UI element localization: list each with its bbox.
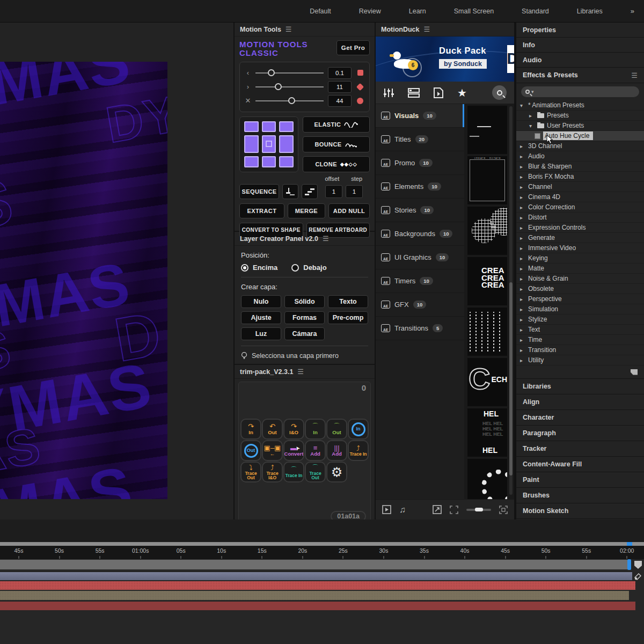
close-icon[interactable]: ✕	[245, 97, 251, 105]
trim-button[interactable]: Out	[240, 440, 261, 461]
workspace-tab[interactable]: Libraries	[577, 8, 603, 15]
filters-icon[interactable]	[383, 88, 394, 98]
grid-size-icon[interactable]	[499, 506, 508, 514]
extract-button[interactable]: EXTRACT	[239, 203, 284, 218]
chevron-down-icon[interactable]: ▾	[529, 123, 535, 129]
layer-audio-icon[interactable]	[634, 573, 642, 580]
panel-header[interactable]: Paragraph	[516, 426, 644, 441]
thumbnails-scrollbar[interactable]	[509, 106, 513, 495]
radio-selected-icon[interactable]	[241, 264, 248, 272]
effects-category-row[interactable]: ▸ 3D Channel	[516, 141, 644, 151]
panel-menu-icon[interactable]: ☰	[286, 25, 292, 33]
layer-bar-olive[interactable]	[0, 591, 629, 600]
fit-frame-icon[interactable]	[450, 506, 458, 514]
chevron-right-icon[interactable]: ▸	[520, 276, 525, 282]
chevron-right-icon[interactable]: ▸	[520, 235, 525, 241]
radio-icon[interactable]	[291, 264, 299, 272]
chevron-right-icon[interactable]: ▸	[520, 143, 525, 149]
merge-button[interactable]: MERGE	[288, 203, 325, 218]
panel-header[interactable]: Info	[516, 38, 644, 53]
workspace-tab[interactable]: Default	[310, 8, 331, 15]
next-icon[interactable]: ›	[245, 83, 251, 91]
trim-button[interactable]: ↷ I&O	[283, 419, 304, 440]
chevron-right-icon[interactable]: ▸	[520, 194, 525, 200]
sequence-button[interactable]: SEQUENCE	[239, 184, 279, 199]
create-layer-button[interactable]: Cámara	[284, 327, 325, 340]
create-layer-button[interactable]: Pre-comp	[328, 311, 368, 324]
workspace-tab[interactable]: Learn	[409, 8, 426, 15]
workspace-tab[interactable]: Review	[359, 8, 381, 15]
preset-thumbnail[interactable]	[467, 156, 507, 204]
diamond-shape-icon[interactable]	[356, 84, 364, 90]
chevron-right-icon[interactable]: ▸	[520, 164, 525, 170]
chevron-right-icon[interactable]: ▸	[520, 306, 525, 312]
chevron-right-icon[interactable]: ▸	[520, 215, 525, 221]
effects-category-row[interactable]: ▸ Stylize	[516, 314, 644, 325]
trim-button[interactable]: ▣–▣ ←	[262, 440, 283, 461]
category-row[interactable]: AE Elements 10	[376, 175, 464, 199]
create-layer-button[interactable]: Ajuste	[241, 311, 281, 324]
panel-header[interactable]: Audio	[516, 53, 644, 68]
trim-button[interactable]: ≡ Add	[305, 440, 326, 461]
radio-debajo[interactable]: Debajo	[291, 264, 326, 272]
panel-header[interactable]: Content-Aware Fill	[516, 457, 644, 472]
workspace-tab[interactable]: Small Screen	[454, 8, 494, 15]
slider-track[interactable]	[255, 83, 324, 91]
tree-user-presets-folder[interactable]: ▾ User Presets	[516, 121, 644, 131]
effects-category-row[interactable]: ▸ Keying	[516, 253, 644, 264]
slider-track[interactable]	[255, 69, 324, 77]
effects-category-row[interactable]: ▸ Blur & Sharpen	[516, 162, 644, 172]
category-row[interactable]: AE Timers 10	[376, 269, 464, 293]
trim-button[interactable]: ||| Add	[326, 440, 347, 461]
chevron-right-icon[interactable]: ▸	[520, 153, 525, 159]
trim-button[interactable]: ⌒ Out	[326, 419, 347, 440]
create-layer-button[interactable]: Texto	[328, 295, 368, 308]
create-layer-button[interactable]: Luz	[241, 327, 281, 340]
preset-thumbnail[interactable]: HEL	[467, 408, 507, 457]
offset-field[interactable]: 1	[325, 185, 342, 198]
slider-value-field[interactable]: 0.1	[328, 67, 352, 79]
search-button[interactable]	[492, 85, 507, 100]
chevron-right-icon[interactable]: ▸	[520, 266, 525, 272]
elastic-button[interactable]: ELASTIC	[303, 116, 370, 133]
trim-button[interactable]: ▬ Convert	[283, 440, 304, 461]
chevron-right-icon[interactable]: ▸	[520, 347, 525, 353]
panel-header[interactable]: Paint	[516, 472, 644, 488]
trim-button[interactable]: ⤴ Trace In	[348, 440, 369, 461]
trim-button[interactable]: ⌒ Trace Out	[305, 462, 326, 482]
preset-thumbnail[interactable]: CREACREACREA	[467, 257, 507, 305]
effects-category-row[interactable]: ▸ Perspective	[516, 294, 644, 304]
list-view-icon[interactable]	[408, 88, 420, 98]
thumbnail-size-slider[interactable]	[466, 509, 491, 511]
category-row[interactable]: AE GFX 10	[376, 293, 464, 317]
effects-category-row[interactable]: ▸ Simulation	[516, 304, 644, 314]
time-ruler[interactable]: 45s50s55s01:00s05s10s15s20s25s30s35s40s4…	[0, 546, 644, 559]
preset-thumbnail[interactable]	[467, 207, 507, 255]
step-field[interactable]: 1	[346, 185, 363, 198]
panel-header[interactable]: Properties	[516, 23, 644, 38]
get-pro-button[interactable]: Get Pro	[336, 40, 370, 55]
effects-category-row[interactable]: ▸ Utility	[516, 355, 644, 365]
effects-category-row[interactable]: ▸ Channel	[516, 182, 644, 192]
slider-track[interactable]	[255, 97, 324, 105]
work-area-bar[interactable]	[0, 559, 627, 570]
sequence-stagger-down-button[interactable]	[282, 184, 298, 199]
chevron-right-icon[interactable]: ▸	[520, 245, 525, 251]
effects-category-row[interactable]: ▸ Immersive Video	[516, 243, 644, 253]
panel-header[interactable]: Character	[516, 410, 644, 426]
video-file-icon[interactable]	[434, 87, 443, 98]
chevron-right-icon[interactable]: ▸	[520, 174, 525, 180]
panel-header[interactable]: Align	[516, 394, 644, 410]
category-row[interactable]: AE Titles 20	[376, 128, 464, 151]
chevron-right-icon[interactable]: ▸	[520, 327, 525, 333]
new-preset-icon[interactable]	[631, 369, 638, 375]
panel-header[interactable]: Motion Sketch	[516, 503, 644, 519]
chevron-right-icon[interactable]: ▸	[520, 225, 525, 231]
layer-bar-darkred[interactable]	[0, 602, 635, 610]
effects-category-row[interactable]: ▸ Distort	[516, 213, 644, 223]
effects-presets-header[interactable]: Effects & Presets ☰	[516, 68, 644, 83]
chevron-right-icon[interactable]: ▸	[520, 286, 525, 292]
trim-button[interactable]: ↷ In	[240, 419, 261, 440]
effects-category-row[interactable]: ▸ Expression Controls	[516, 223, 644, 233]
slider-value-field[interactable]: 44	[328, 95, 352, 107]
